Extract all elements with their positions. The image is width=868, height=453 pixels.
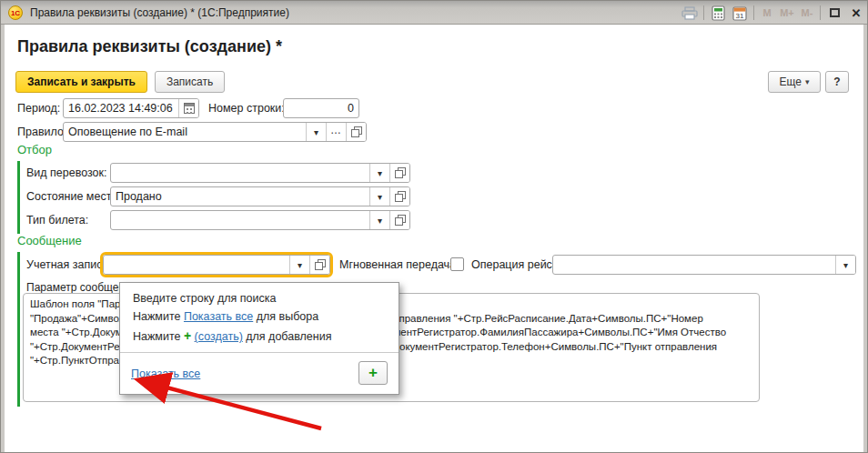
chevron-down-icon: ▾ <box>378 216 382 226</box>
ticket-type-input[interactable] <box>111 211 369 229</box>
maximize-button[interactable] <box>823 4 845 22</box>
chevron-down-icon: ▾ <box>378 192 382 202</box>
window-title: Правила реквизиты (создание) * (1С:Предп… <box>30 1 289 25</box>
calendar-icon[interactable]: 31 <box>729 4 751 22</box>
rule-dropdown-button[interactable]: ▾ <box>306 123 326 141</box>
chevron-down-icon: ▾ <box>298 260 302 270</box>
row-number-label: Номер строки: <box>208 98 285 118</box>
account-field-group: ▾ <box>103 255 330 275</box>
save-button[interactable]: Записать <box>155 71 225 93</box>
create-link[interactable]: (создать) <box>195 330 243 343</box>
flight-operation-input[interactable] <box>553 256 835 274</box>
period-input[interactable] <box>64 99 178 117</box>
ellipsis-icon: … <box>330 124 342 140</box>
transport-type-open-button[interactable] <box>389 164 409 182</box>
hint-text: Нажмите <box>133 310 184 323</box>
period-label: Период: <box>17 98 60 118</box>
add-new-button[interactable]: + <box>358 361 388 385</box>
titlebar-separator <box>753 5 754 20</box>
account-input[interactable] <box>104 256 289 274</box>
hint-text: для выбора <box>253 310 318 323</box>
instant-transfer-label: Мгновенная передача: <box>339 255 459 275</box>
seat-state-open-button[interactable] <box>389 187 409 206</box>
more-button-label: Еще <box>780 76 802 88</box>
period-calendar-button[interactable] <box>178 99 198 117</box>
help-button[interactable]: ? <box>825 71 849 93</box>
flight-operation-dropdown-button[interactable]: ▾ <box>835 256 855 274</box>
page-title: Правила реквизиты (создание) * <box>17 37 282 56</box>
chevron-down-icon: ▾ <box>378 168 382 178</box>
hint-text: для добавления <box>243 330 332 343</box>
account-dropdown-button[interactable]: ▾ <box>289 256 309 274</box>
section-title-selection: Отбор <box>17 143 52 156</box>
form-toolbar: Записать и закрыть Записать <box>15 71 225 93</box>
calendar-picker-icon <box>184 103 195 114</box>
memory-m-plus-button[interactable]: M+ <box>777 4 797 22</box>
popup-divider <box>120 352 399 353</box>
rule-label: Правило: <box>17 122 66 142</box>
more-button[interactable]: Еще ▾ <box>768 71 821 93</box>
transport-type-input[interactable] <box>111 164 369 182</box>
rule-open-button[interactable] <box>346 123 366 141</box>
flight-operation-label: Операция рейса: <box>471 255 561 275</box>
transport-type-field-group: ▾ <box>110 163 410 183</box>
transport-type-label: Вид перевозок: <box>26 163 107 183</box>
save-and-close-button[interactable]: Записать и закрыть <box>15 71 147 93</box>
section-title-message: Сообщение <box>17 234 82 247</box>
rule-input[interactable] <box>64 123 306 141</box>
row-number-field-group <box>283 98 359 118</box>
seat-state-input[interactable] <box>111 187 369 206</box>
titlebar: 1С Правила реквизиты (создание) * (1С:Пр… <box>1 1 867 25</box>
instant-transfer-checkbox[interactable] <box>450 257 464 271</box>
transport-type-dropdown-button[interactable]: ▾ <box>369 164 389 182</box>
open-item-icon <box>395 191 406 202</box>
memory-m-minus-button[interactable]: M- <box>797 4 817 22</box>
popup-hint-show: Нажмите Показать все для выбора <box>133 310 318 323</box>
popup-hint-create: Нажмите + (создать) для добавления <box>133 328 331 343</box>
hint-text: Нажмите <box>133 330 184 343</box>
titlebar-separator <box>820 5 821 20</box>
1c-logo-icon: 1С <box>8 5 23 20</box>
account-open-button[interactable] <box>309 256 329 274</box>
rule-field-group: ▾ … <box>63 122 367 142</box>
ticket-type-label: Тип билета: <box>26 210 88 230</box>
period-field-group <box>63 98 199 118</box>
chevron-down-icon: ▾ <box>314 127 318 137</box>
open-item-icon <box>395 215 406 226</box>
seat-state-dropdown-button[interactable]: ▾ <box>369 187 389 206</box>
print-icon[interactable] <box>679 4 701 22</box>
memory-m-button[interactable]: M <box>757 4 777 22</box>
plus-icon: + <box>184 328 191 343</box>
open-item-icon <box>395 167 406 178</box>
show-all-link[interactable]: Показать все <box>131 367 200 380</box>
maximize-icon <box>830 8 840 17</box>
popup-hint-search: Введите строку для поиска <box>133 292 277 305</box>
chevron-down-icon: ▾ <box>843 260 848 270</box>
app-window: 1С Правила реквизиты (создание) * (1С:Пр… <box>0 0 868 453</box>
flight-operation-field-group: ▾ <box>552 255 856 275</box>
ticket-type-field-group: ▾ <box>110 210 410 230</box>
plus-icon: + <box>368 364 378 382</box>
open-item-icon <box>351 126 362 137</box>
chevron-down-icon: ▾ <box>805 77 810 86</box>
calculator-icon[interactable] <box>707 4 729 22</box>
rule-choose-button[interactable]: … <box>326 123 346 141</box>
titlebar-separator <box>703 5 704 20</box>
seat-state-field-group: ▾ <box>110 186 410 206</box>
close-button[interactable]: ✕ <box>845 4 867 22</box>
seat-state-label: Состояние места: <box>26 186 121 206</box>
account-label: Учетная запись: <box>26 255 111 275</box>
show-all-inline-link[interactable]: Показать все <box>184 310 253 323</box>
account-suggestions-popup: Введите строку для поиска Нажмите Показа… <box>119 282 399 395</box>
svg-text:31: 31 <box>736 11 744 19</box>
open-item-icon <box>315 259 326 270</box>
row-number-input[interactable] <box>284 99 358 117</box>
ticket-type-open-button[interactable] <box>389 211 409 229</box>
ticket-type-dropdown-button[interactable]: ▾ <box>369 211 389 229</box>
